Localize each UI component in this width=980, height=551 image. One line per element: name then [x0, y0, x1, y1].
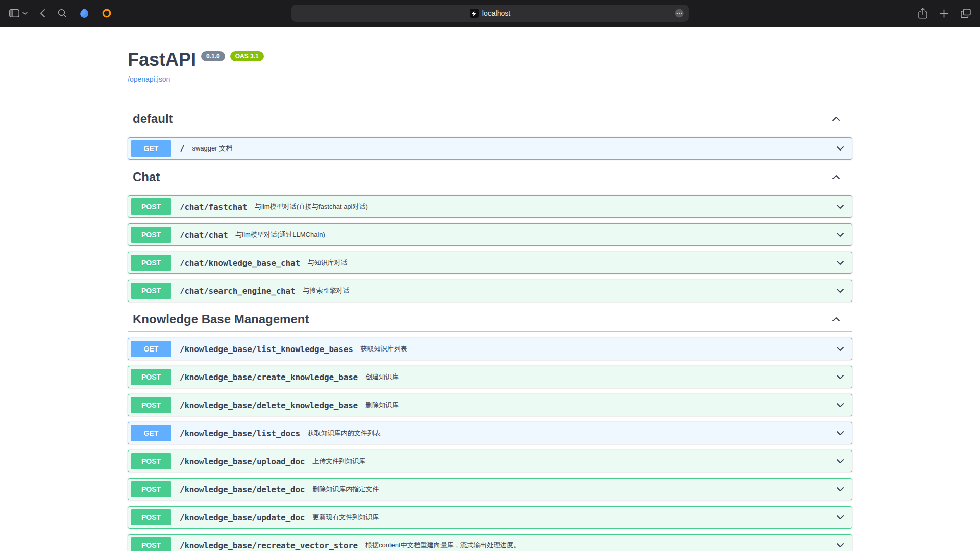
operation-path: /knowledge_base/update_doc	[180, 513, 305, 522]
api-info: FastAPI 0.1.0 OAS 3.1 /openapi.json	[128, 49, 852, 84]
operation-description: 删除知识库内指定文件	[312, 485, 379, 494]
operation-path: /knowledge_base/upload_doc	[180, 457, 305, 466]
operation-summary[interactable]: POST /chat/fastchat 与llm模型对话(直接与fastchat…	[128, 196, 852, 217]
sidebar-icon	[9, 9, 19, 17]
collapse-section-button[interactable]	[830, 172, 842, 182]
operation-list: POST /chat/fastchat 与llm模型对话(直接与fastchat…	[128, 195, 852, 302]
operation-summary[interactable]: GET /knowledge_base/list_knowledge_bases…	[128, 338, 852, 360]
operation-summary[interactable]: POST /knowledge_base/update_doc 更新现有文件到知…	[128, 507, 852, 528]
section-title: Chat	[133, 169, 160, 185]
operation-description: 与llm模型对话(直接与fastchat api对话)	[255, 202, 368, 211]
expand-operation-button[interactable]	[835, 258, 845, 268]
collapse-section-button[interactable]	[830, 114, 842, 124]
sidebar-toggle-button[interactable]	[9, 9, 19, 17]
extension-blue-icon	[79, 8, 89, 18]
section-header[interactable]: Chat	[128, 165, 852, 189]
expand-operation-button[interactable]	[835, 512, 845, 522]
method-badge: POST	[131, 198, 172, 215]
operation-path: /chat/search_engine_chat	[180, 286, 295, 296]
chevron-down-icon	[835, 143, 845, 154]
operation-summary[interactable]: POST /knowledge_base/delete_doc 删除知识库内指定…	[128, 479, 852, 500]
operation-summary[interactable]: POST /knowledge_base/delete_knowledge_ba…	[128, 394, 852, 416]
expand-operation-button[interactable]	[835, 344, 845, 354]
new-tab-button[interactable]	[940, 9, 948, 18]
operation-path: /chat/chat	[180, 230, 228, 240]
chevron-down-icon	[835, 202, 845, 212]
version-badge: 0.1.0	[201, 51, 225, 61]
expand-operation-button[interactable]	[835, 143, 845, 154]
sidebar-menu-button[interactable]	[22, 12, 28, 15]
operation-description: 获取知识库列表	[361, 344, 407, 354]
chevron-down-icon	[835, 400, 845, 410]
operation-row: POST /chat/search_engine_chat 与搜索引擎对话	[128, 280, 852, 302]
operation-row: POST /knowledge_base/upload_doc 上传文件到知识库	[128, 450, 852, 472]
chevron-up-icon	[831, 114, 841, 124]
operation-row: POST /chat/knowledge_base_chat 与知识库对话	[128, 252, 852, 274]
expand-operation-button[interactable]	[835, 456, 845, 466]
expand-operation-button[interactable]	[835, 230, 845, 240]
expand-operation-button[interactable]	[835, 202, 845, 212]
search-button[interactable]	[58, 9, 67, 18]
browser-toolbar: localhost	[0, 0, 980, 27]
operation-summary[interactable]: POST /chat/search_engine_chat 与搜索引擎对话	[128, 280, 852, 302]
chevron-down-icon	[835, 372, 845, 382]
collapse-section-button[interactable]	[830, 314, 842, 324]
chevron-down-icon	[835, 484, 845, 494]
chevron-down-icon	[835, 230, 845, 240]
chevron-down-icon	[835, 512, 845, 522]
openapi-spec-link[interactable]: /openapi.json	[128, 75, 170, 83]
method-badge: POST	[131, 369, 172, 385]
operation-summary[interactable]: GET / swagger 文档	[128, 138, 852, 159]
operation-path: /knowledge_base/delete_knowledge_base	[180, 400, 358, 410]
chevron-down-icon	[835, 428, 845, 438]
back-button[interactable]	[40, 9, 45, 18]
operation-path: /knowledge_base/create_knowledge_base	[180, 372, 358, 382]
chevron-up-icon	[831, 172, 841, 182]
operation-row: GET / swagger 文档	[128, 137, 852, 160]
chevron-up-icon	[831, 314, 841, 324]
operation-row: POST /knowledge_base/recreate_vector_sto…	[128, 534, 852, 551]
operation-summary[interactable]: POST /knowledge_base/upload_doc 上传文件到知识库	[128, 450, 852, 472]
operation-description: 删除知识库	[365, 400, 399, 410]
operation-summary[interactable]: POST /knowledge_base/create_knowledge_ba…	[128, 366, 852, 388]
sections: default GET / swagger 文档	[128, 107, 852, 551]
expand-operation-button[interactable]	[835, 484, 845, 494]
method-badge: GET	[131, 140, 172, 157]
operation-path: /knowledge_base/list_knowledge_bases	[180, 344, 353, 354]
operation-path: /chat/fastchat	[180, 202, 247, 212]
expand-operation-button[interactable]	[835, 372, 845, 382]
operation-description: 与llm模型对话(通过LLMChain)	[235, 230, 325, 239]
tab-overview-button[interactable]	[961, 9, 971, 18]
section-title: default	[133, 111, 173, 127]
method-badge: POST	[131, 255, 172, 271]
expand-operation-button[interactable]	[835, 286, 845, 296]
api-section: Chat POST /chat/fastchat 与llm模型对话(直接与fas…	[128, 165, 852, 302]
method-badge: POST	[131, 509, 172, 525]
chevron-down-icon	[22, 12, 28, 15]
operation-row: GET /knowledge_base/list_knowledge_bases…	[128, 338, 852, 360]
method-badge: POST	[131, 537, 172, 551]
tabs-icon	[961, 9, 971, 18]
address-bar[interactable]: localhost	[291, 5, 689, 22]
operation-row: POST /knowledge_base/delete_knowledge_ba…	[128, 394, 852, 416]
section-header[interactable]: default	[128, 107, 852, 131]
back-arrow-icon	[40, 9, 45, 18]
expand-operation-button[interactable]	[835, 540, 845, 550]
extension-orange-button[interactable]	[102, 8, 112, 18]
chevron-down-icon	[835, 258, 845, 268]
extension-orange-icon	[102, 8, 112, 18]
operation-summary[interactable]: GET /knowledge_base/list_docs 获取知识库内的文件列…	[128, 422, 852, 444]
share-button[interactable]	[918, 8, 927, 19]
page-title: FastAPI	[128, 49, 196, 70]
expand-operation-button[interactable]	[835, 428, 845, 438]
api-section: default GET / swagger 文档	[128, 107, 852, 160]
operation-summary[interactable]: POST /chat/chat 与llm模型对话(通过LLMChain)	[128, 224, 852, 245]
section-header[interactable]: Knowledge Base Management	[128, 308, 852, 332]
extension-blue-button[interactable]	[79, 8, 89, 18]
operation-summary[interactable]: POST /knowledge_base/recreate_vector_sto…	[128, 535, 852, 551]
expand-operation-button[interactable]	[835, 400, 845, 410]
operation-description: 获取知识库内的文件列表	[308, 429, 381, 438]
operation-summary[interactable]: POST /chat/knowledge_base_chat 与知识库对话	[128, 252, 852, 273]
oas-badge: OAS 3.1	[230, 51, 264, 61]
page-options-button[interactable]	[674, 8, 684, 18]
